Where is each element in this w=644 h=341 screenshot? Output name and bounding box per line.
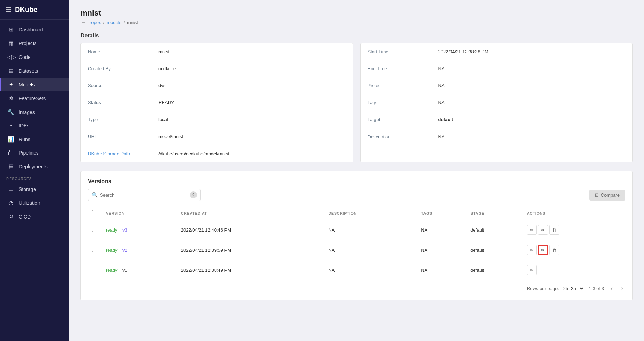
breadcrumb-models[interactable]: models: [107, 20, 121, 25]
sidebar-item-label: Runs: [19, 137, 30, 142]
sidebar-item-label: Images: [19, 109, 35, 115]
edit-button-v1[interactable]: ✏: [527, 265, 537, 275]
breadcrumb-sep-1: /: [103, 20, 105, 25]
table-body: ready v3 2022/04/21 12:40:46 PM NA NA de…: [88, 220, 625, 280]
sidebar: ☰ DKube ⊞ Dashboard ▦ Projects ◁▷ Code ▤…: [0, 0, 69, 341]
detail-label-project: Project: [368, 83, 438, 88]
version-link-v2[interactable]: v2: [122, 247, 127, 253]
detail-value-start-time: 2022/04/21 12:38:38 PM: [438, 49, 488, 54]
rows-per-page-select[interactable]: 25 50 100: [570, 286, 584, 292]
edit-button-v2[interactable]: ✏: [527, 245, 537, 255]
col-created-at: CREATED AT: [177, 207, 324, 220]
detail-row-name: Name mnist: [81, 43, 353, 60]
sidebar-item-pipelines[interactable]: ⛙ Pipelines: [0, 146, 69, 160]
sidebar-item-datasets[interactable]: ▤ Datasets: [0, 64, 69, 78]
col-checkbox: [88, 207, 102, 220]
projects-icon: ▦: [7, 40, 14, 47]
row-desc-v2: NA: [324, 240, 417, 260]
link-button-v2[interactable]: ✏: [538, 245, 548, 255]
row-actions-v3: ✏ ✏ 🗑: [523, 220, 625, 240]
versions-section: Versions 🔍 ? ⊡ Compare: [80, 171, 633, 300]
sidebar-item-projects[interactable]: ▦ Projects: [0, 36, 69, 50]
detail-row-status: Status READY: [81, 94, 353, 111]
version-link-v3[interactable]: v3: [122, 227, 127, 233]
detail-value-project: NA: [438, 83, 445, 88]
detail-label-created-by: Created By: [88, 66, 158, 71]
detail-label-source: Source: [88, 83, 158, 88]
detail-label-tags: Tags: [368, 100, 438, 105]
action-icons-v2: ✏ ✏ 🗑: [527, 245, 621, 255]
dashboard-icon: ⊞: [7, 26, 14, 33]
breadcrumb-current: mnist: [127, 20, 138, 25]
sidebar-item-dashboard[interactable]: ⊞ Dashboard: [0, 23, 69, 36]
sidebar-item-label: CICD: [19, 214, 31, 220]
row-stage-v2: default: [466, 240, 523, 260]
breadcrumb-repos[interactable]: repos: [90, 20, 101, 25]
sidebar-item-ides[interactable]: ▪ IDEs: [0, 119, 69, 132]
search-box[interactable]: 🔍 ?: [88, 189, 201, 201]
menu-icon[interactable]: ☰: [6, 6, 11, 14]
detail-value-end-time: NA: [438, 66, 445, 71]
row-tags-v1: NA: [417, 260, 466, 280]
sidebar-item-featuresets[interactable]: ✲ FeatureSets: [0, 91, 69, 105]
detail-row-type: Type local: [81, 111, 353, 128]
sidebar-item-images[interactable]: 🔧 Images: [0, 105, 69, 119]
col-description: DESCRIPTION: [324, 207, 417, 220]
table-row: ready v1 2022/04/21 12:38:49 PM NA NA de…: [88, 260, 625, 280]
detail-label-name: Name: [88, 49, 158, 54]
row-actions-v2: ✏ ✏ 🗑: [523, 240, 625, 260]
select-all-checkbox[interactable]: [92, 210, 97, 215]
detail-label-storage-path[interactable]: DKube Storage Path: [88, 151, 158, 156]
sidebar-item-label: Utilization: [19, 200, 40, 206]
delete-button-v2[interactable]: 🗑: [549, 245, 559, 255]
search-input[interactable]: [100, 192, 188, 198]
status-badge: ready: [106, 268, 118, 273]
prev-page-button[interactable]: ‹: [608, 284, 615, 293]
sidebar-item-code[interactable]: ◁▷ Code: [0, 50, 69, 64]
sidebar-item-label: IDEs: [19, 123, 29, 128]
main-content-area: mnist ← repos / models / mnist Details N…: [69, 0, 644, 341]
sidebar-item-label: Dashboard: [19, 27, 43, 32]
code-icon: ◁▷: [7, 54, 14, 60]
breadcrumb-sep-2: /: [124, 20, 125, 25]
sidebar-nav: ⊞ Dashboard ▦ Projects ◁▷ Code ▤ Dataset…: [0, 20, 69, 341]
sidebar-item-cicd[interactable]: ↻ CICD: [0, 210, 69, 223]
sidebar-item-models[interactable]: ✦ Models: [0, 78, 69, 91]
versions-table: VERSION CREATED AT DESCRIPTION TAGS STAG…: [88, 207, 625, 280]
help-icon[interactable]: ?: [190, 191, 197, 198]
next-page-button[interactable]: ›: [619, 284, 625, 293]
col-version: VERSION: [102, 207, 177, 220]
row-stage-v1: default: [466, 260, 523, 280]
row-stage-v3: default: [466, 220, 523, 240]
row-status-v3: ready v3: [102, 220, 177, 240]
detail-value-type: local: [158, 117, 168, 122]
row-checkbox[interactable]: [92, 227, 97, 232]
compare-button[interactable]: ⊡ Compare: [589, 190, 625, 201]
sidebar-item-deployments[interactable]: ▤ Deployments: [0, 160, 69, 173]
detail-row-start-time: Start Time 2022/04/21 12:38:38 PM: [361, 43, 633, 60]
edit-button-v3[interactable]: ✏: [527, 225, 537, 235]
detail-label-description: Description: [368, 134, 438, 139]
back-arrow[interactable]: ←: [80, 19, 86, 25]
row-actions-v1: ✏: [523, 260, 625, 280]
brand-logo: DKube: [15, 6, 37, 14]
sidebar-item-utilization[interactable]: ◔ Utilization: [0, 196, 69, 210]
sidebar-item-label: Pipelines: [19, 150, 39, 156]
page-title: mnist: [80, 8, 633, 18]
status-badge: ready: [106, 247, 118, 253]
link-button-v3[interactable]: ✏: [538, 225, 548, 235]
rows-per-page-label: Rows per page:: [527, 286, 559, 291]
detail-label-url: URL: [88, 134, 158, 139]
row-checkbox-cell: [88, 220, 102, 240]
detail-row-url: URL model/mnist: [81, 128, 353, 145]
sidebar-item-runs[interactable]: 📊 Runs: [0, 132, 69, 146]
delete-button-v3[interactable]: 🗑: [549, 225, 559, 235]
storage-icon: ☰: [7, 186, 14, 192]
compare-icon: ⊡: [595, 192, 599, 198]
details-left-card: Name mnist Created By ocdkube Source dvs…: [80, 43, 353, 162]
detail-value-tags: NA: [438, 100, 445, 105]
sidebar-item-label: Deployments: [19, 164, 48, 169]
sidebar-item-storage[interactable]: ☰ Storage: [0, 182, 69, 196]
row-checkbox[interactable]: [92, 247, 97, 252]
detail-row-target: Target default: [361, 111, 633, 128]
